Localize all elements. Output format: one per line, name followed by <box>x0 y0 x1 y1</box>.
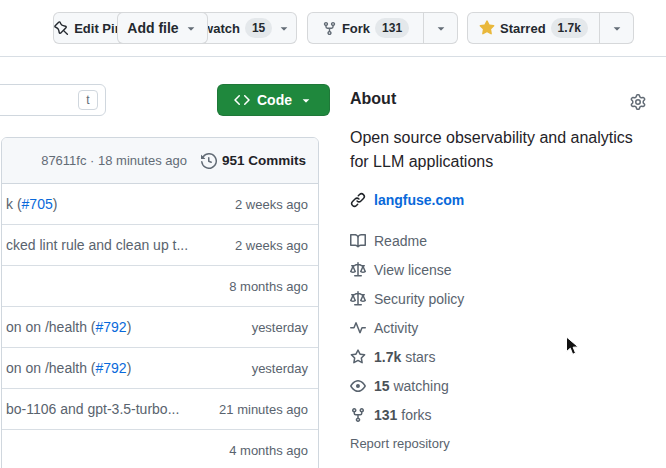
watchers-count-badge: 15 <box>245 18 272 38</box>
commit-message[interactable]: cked lint rule and clean up t... <box>6 237 188 253</box>
link-icon <box>350 192 366 208</box>
commit-message-text: on on /health ( <box>6 319 96 335</box>
fork-button-group: Fork 131 <box>307 12 458 44</box>
commit-separator: · <box>90 153 94 168</box>
pr-number-link[interactable]: #705 <box>22 196 53 212</box>
fork-icon <box>350 407 366 423</box>
stat-label: Readme <box>374 233 427 249</box>
fork-icon <box>322 21 337 36</box>
table-row: 4 months ago <box>2 430 318 468</box>
edit-about-button[interactable] <box>630 92 646 110</box>
pr-number-link[interactable]: #792 <box>96 360 127 376</box>
commit-message-text: on on /health ( <box>6 360 96 376</box>
stat-label: forks <box>397 407 431 423</box>
commit-message-text: k ( <box>6 196 22 212</box>
commit-age: yesterday <box>252 320 308 335</box>
gear-icon <box>630 94 646 110</box>
commit-message-text: bo-1106 and gpt-3.5-turbo... <box>6 401 179 417</box>
law-icon <box>350 291 366 307</box>
about-link[interactable]: View license <box>350 255 646 284</box>
commit-message[interactable]: on on /health (#792) <box>6 360 131 376</box>
stars-count-badge: 1.7k <box>551 18 588 38</box>
chevron-down-icon <box>610 21 624 35</box>
about-link[interactable]: 1.7k stars <box>350 342 646 371</box>
code-button[interactable]: Code <box>217 84 330 116</box>
commit-message-suffix: ) <box>53 196 58 212</box>
commit-history-link[interactable]: 951 Commits <box>201 153 306 169</box>
stat-count: 1.7k <box>374 349 401 365</box>
chevron-down-icon <box>184 21 198 35</box>
law-icon <box>350 262 366 278</box>
stat-count: 131 <box>374 407 397 423</box>
table-row: on on /health (#792) yesterday <box>2 307 318 348</box>
stat-label: stars <box>401 349 435 365</box>
commit-message-suffix: ) <box>127 319 132 335</box>
commit-age: 2 weeks ago <box>235 238 308 253</box>
about-title: About <box>350 90 396 108</box>
file-browser-table: 87611fc · 18 minutes ago 951 Commits k (… <box>1 137 319 468</box>
book-icon <box>350 233 366 249</box>
go-to-file-input[interactable]: t <box>0 84 106 116</box>
table-row: cked lint rule and clean up t... 2 weeks… <box>2 225 318 266</box>
about-link[interactable]: 131 forks <box>350 400 646 429</box>
keyboard-shortcut-hint: t <box>78 90 98 110</box>
add-file-label: Add file <box>127 20 178 36</box>
commit-hash-link[interactable]: 87611fc <box>41 153 86 168</box>
eye-icon <box>350 378 366 394</box>
chevron-down-icon <box>277 21 291 35</box>
about-link[interactable]: Security policy <box>350 284 646 313</box>
website-link[interactable]: langfuse.com <box>350 192 464 208</box>
stat-label: Security policy <box>374 291 464 307</box>
commit-message[interactable]: bo-1106 and gpt-3.5-turbo... <box>6 401 179 417</box>
commit-age: 8 months ago <box>229 279 308 294</box>
history-icon <box>201 153 217 169</box>
pin-icon <box>54 21 69 36</box>
about-link[interactable]: 15 watching <box>350 371 646 400</box>
chevron-down-icon <box>434 21 448 35</box>
commit-age: yesterday <box>252 361 308 376</box>
commit-message-text: cked lint rule and clean up t... <box>6 237 188 253</box>
about-sidebar: About Open source observability and anal… <box>350 84 646 468</box>
add-file-button[interactable]: Add file <box>117 12 208 44</box>
code-label: Code <box>257 92 292 108</box>
about-links-list: Readme View license Security policy Acti… <box>350 226 646 429</box>
forks-count-badge: 131 <box>375 18 409 38</box>
chevron-down-icon <box>299 93 313 107</box>
star-dropdown-button[interactable] <box>599 13 633 43</box>
starred-label: Starred <box>500 21 546 36</box>
latest-commit-bar: 87611fc · 18 minutes ago 951 Commits <box>2 138 318 184</box>
star-icon <box>350 349 366 365</box>
repo-description: Open source observability and analytics … <box>350 126 646 174</box>
website-url: langfuse.com <box>374 192 464 208</box>
commit-age: 2 weeks ago <box>235 197 308 212</box>
pulse-icon <box>350 320 366 336</box>
commit-message[interactable]: k (#705) <box>6 196 57 212</box>
table-row: bo-1106 and gpt-3.5-turbo... 21 minutes … <box>2 389 318 430</box>
file-rows: k (#705) 2 weeks ago cked lint rule and … <box>2 184 318 468</box>
starred-button[interactable]: Starred 1.7k <box>468 13 599 43</box>
stat-label: Activity <box>374 320 418 336</box>
commit-time: 18 minutes ago <box>98 153 187 168</box>
commit-age: 4 months ago <box>229 443 308 458</box>
about-link[interactable]: Activity <box>350 313 646 342</box>
code-icon <box>234 92 250 108</box>
commits-count-label: 951 Commits <box>222 153 306 168</box>
stat-count: 15 <box>374 378 390 394</box>
commit-age: 21 minutes ago <box>219 402 308 417</box>
latest-commit-info: 87611fc · 18 minutes ago <box>41 153 187 168</box>
commit-message[interactable]: on on /health (#792) <box>6 319 131 335</box>
stat-label: View license <box>374 262 452 278</box>
pr-number-link[interactable]: #792 <box>96 319 127 335</box>
commit-message-suffix: ) <box>127 360 132 376</box>
table-row: k (#705) 2 weeks ago <box>2 184 318 225</box>
report-repository-link[interactable]: Report repository <box>350 436 450 451</box>
fork-button[interactable]: Fork 131 <box>308 13 423 43</box>
fork-dropdown-button[interactable] <box>423 13 457 43</box>
repo-action-bar: Edit Pins Unwatch 15 Fork 131 Starred 1.… <box>0 0 666 57</box>
table-row: on on /health (#792) yesterday <box>2 348 318 389</box>
star-button-group: Starred 1.7k <box>467 12 634 44</box>
stat-label: watching <box>390 378 449 394</box>
about-link[interactable]: Readme <box>350 226 646 255</box>
table-row: 8 months ago <box>2 266 318 307</box>
star-filled-icon <box>479 20 495 36</box>
